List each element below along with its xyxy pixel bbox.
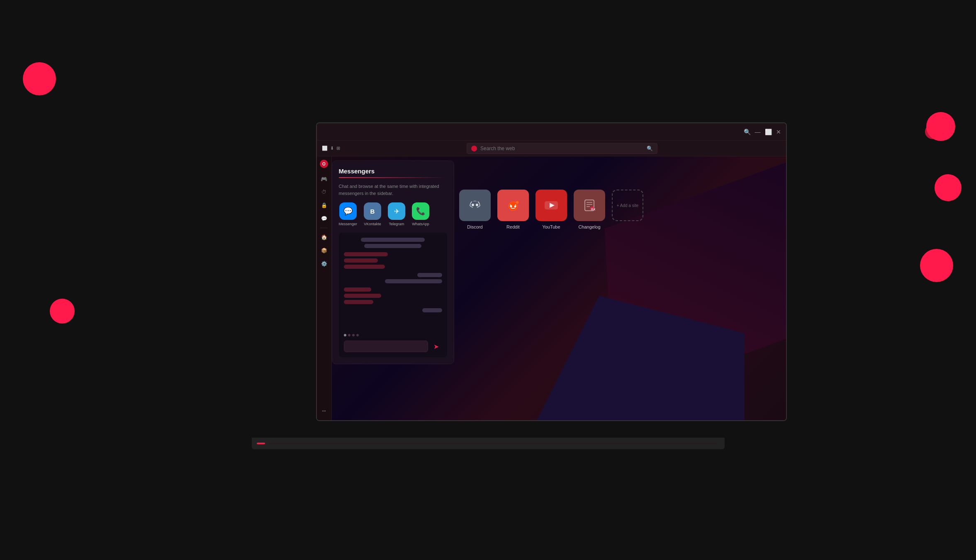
decorative-blob-6 <box>925 124 939 139</box>
svg-point-9 <box>510 205 511 205</box>
messenger-app-whatsapp[interactable]: 📞 WhatsApp <box>412 202 429 226</box>
speed-dial-reddit[interactable]: Reddit <box>497 190 529 229</box>
chat-input[interactable] <box>344 341 428 352</box>
browser-titlebar: 🔍 — ⬜ ✕ <box>317 123 786 141</box>
discord-label: Discord <box>467 224 482 229</box>
add-site-label: + Add a site <box>615 202 640 209</box>
search-input[interactable] <box>480 146 643 151</box>
whatsapp-icon-bg: 📞 <box>412 202 429 220</box>
sidebar-item-gaming[interactable]: 🎮 <box>318 173 330 185</box>
chat-dot-3 <box>352 334 355 336</box>
messenger-app-label: Messenger <box>339 222 358 226</box>
vk-icon-bg: В <box>364 202 381 220</box>
youtube-label: YouTube <box>542 224 560 229</box>
chat-bubble-sent-4 <box>344 287 371 292</box>
clock-icon: ⏱ <box>321 189 326 195</box>
decorative-blob-4 <box>920 249 953 282</box>
add-site-button[interactable]: + Add a site <box>612 190 643 221</box>
youtube-icon <box>543 197 560 214</box>
sidebar-item-settings[interactable]: ⚙️ <box>318 258 330 270</box>
cube-icon: 📦 <box>321 248 327 253</box>
sidebar-item-home[interactable]: 🏠 <box>318 231 330 243</box>
speed-dial-youtube[interactable]: YouTube <box>535 190 567 229</box>
panel-underline <box>339 177 447 178</box>
more-icon: ••• <box>322 409 326 413</box>
chat-input-row: ➤ <box>344 341 442 352</box>
chat-send-button[interactable]: ➤ <box>431 341 442 352</box>
titlebar-search-icon[interactable]: 🔍 <box>744 129 751 135</box>
chat-bubble-recv-2 <box>385 279 442 283</box>
sidebar-item-extensions[interactable]: 📦 <box>318 245 330 256</box>
chat-dots <box>344 334 359 336</box>
discord-icon-bg <box>459 190 491 221</box>
laptop-device: 🔍 — ⬜ ✕ ⬜ ⬇ ⊞ 🔍 <box>252 122 725 438</box>
panel-description: Chat and browse at the same time with in… <box>339 183 447 197</box>
whatsapp-icon: 📞 <box>416 207 425 216</box>
chat-bubble-sent-5 <box>344 294 381 298</box>
chat-dot-2 <box>348 334 350 336</box>
discord-icon <box>467 197 483 213</box>
home-icon: 🏠 <box>321 234 327 240</box>
messenger-icons-grid: 💬 Messenger В VKontakte ✈ <box>339 202 447 226</box>
gaming-icon: 🎮 <box>321 176 327 182</box>
youtube-icon-bg <box>535 190 567 221</box>
vk-icon: В <box>370 208 375 215</box>
titlebar-close-icon[interactable]: ✕ <box>776 129 781 135</box>
chat-area: ➤ <box>339 233 447 357</box>
sidebar-item-chat[interactable]: 💬 <box>318 213 330 224</box>
svg-point-4 <box>510 205 512 207</box>
reddit-icon-bg <box>497 190 529 221</box>
messenger-app-telegram[interactable]: ✈ Telegram <box>388 202 405 226</box>
toolbar-icon-1[interactable]: ⬜ <box>322 146 328 151</box>
chat-bubble-sent-2 <box>344 258 378 263</box>
changelog-label: Changelog <box>578 224 600 229</box>
speed-dial-add[interactable]: + Add a site <box>612 190 643 221</box>
sidebar-divider <box>320 228 328 228</box>
messengers-panel: Messengers Chat and browse at the same t… <box>332 161 454 364</box>
bg-decoration-2 <box>537 296 745 420</box>
vk-app-label: VKontakte <box>364 222 381 226</box>
titlebar-minimize-icon[interactable]: — <box>755 129 761 135</box>
svg-point-10 <box>515 205 516 205</box>
telegram-icon: ✈ <box>394 207 399 215</box>
toolbar-icon-3[interactable]: ⊞ <box>336 146 340 151</box>
sidebar-item-more[interactable]: ••• <box>318 405 330 417</box>
reddit-label: Reddit <box>506 224 520 229</box>
changelog-icon: GX <box>582 197 597 213</box>
settings-icon: ⚙️ <box>321 261 327 267</box>
browser-logo-small <box>471 146 477 151</box>
opera-logo: O <box>320 160 328 168</box>
whatsapp-app-label: WhatsApp <box>412 222 429 226</box>
speed-dial-changelog[interactable]: GX Changelog <box>574 190 605 229</box>
sidebar-item-security[interactable]: 🔒 <box>318 200 330 211</box>
chat-bubble-recv-1 <box>417 273 442 277</box>
taskbar-accent <box>257 443 265 444</box>
chat-bubble-header-2 <box>364 244 421 248</box>
search-bar[interactable]: 🔍 <box>467 143 657 154</box>
lock-icon: 🔒 <box>321 202 327 208</box>
browser-content: O 🎮 ⏱ 🔒 💬 🏠 📦 <box>317 156 786 420</box>
sidebar-item-clock[interactable]: ⏱ <box>318 186 330 198</box>
messenger-app-messenger[interactable]: 💬 Messenger <box>339 202 358 226</box>
decorative-blob-2 <box>926 112 955 141</box>
decorative-blob-5 <box>50 299 75 324</box>
titlebar-maximize-icon[interactable]: ⬜ <box>765 129 772 135</box>
messenger-icon-bg: 💬 <box>339 202 357 220</box>
browser-toolbar: ⬜ ⬇ ⊞ 🔍 <box>317 141 786 156</box>
reddit-icon <box>504 197 522 214</box>
send-icon: ➤ <box>433 343 439 351</box>
taskbar-bar <box>268 443 716 444</box>
chat-bubble-header-1 <box>361 238 425 242</box>
svg-point-1 <box>476 204 478 206</box>
messenger-app-vk[interactable]: В VKontakte <box>364 202 381 226</box>
speed-dial-discord[interactable]: Discord <box>459 190 491 229</box>
browser-window: 🔍 — ⬜ ✕ ⬜ ⬇ ⊞ 🔍 <box>316 122 787 421</box>
search-icon: 🔍 <box>647 146 653 151</box>
toolbar-icon-2[interactable]: ⬇ <box>330 146 334 151</box>
svg-point-7 <box>516 201 518 204</box>
telegram-icon-bg: ✈ <box>388 202 405 220</box>
decorative-blob-1 <box>23 62 56 95</box>
svg-point-0 <box>472 204 474 206</box>
changelog-icon-bg: GX <box>574 190 605 221</box>
svg-text:GX: GX <box>591 208 595 211</box>
